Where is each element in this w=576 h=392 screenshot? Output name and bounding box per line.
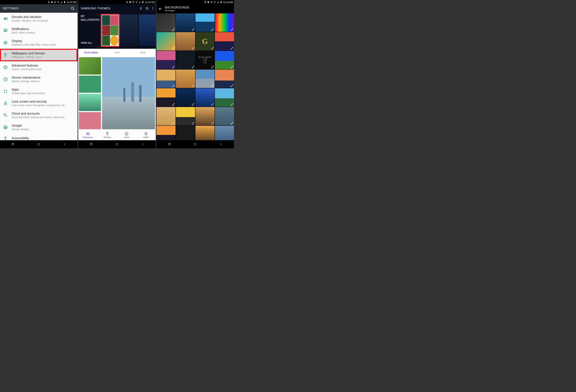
themes-screen: N 12:24 PM SAMSUNG THEMES MY WALLPAPERS <box>78 0 156 148</box>
search-icon[interactable] <box>71 6 75 10</box>
view-all-button[interactable]: VIEW ALL <box>81 41 100 45</box>
bottomnav-wallpapers[interactable]: Wallpapers <box>78 130 98 140</box>
settings-item-accessibility[interactable]: Accessibility <box>0 133 78 140</box>
settings-item-circle[interactable]: Device maintenance Battery, Storage, Mem… <box>0 73 78 85</box>
background-thumb[interactable] <box>156 70 175 88</box>
bottomnav-label: Themes <box>103 136 111 139</box>
settings-item-speaker[interactable]: Sounds and vibration Sounds, Vibration, … <box>0 13 78 25</box>
background-thumb[interactable] <box>196 126 215 140</box>
background-thumb[interactable] <box>196 13 215 32</box>
background-thumb[interactable] <box>215 70 234 88</box>
featured-card[interactable] <box>79 94 101 111</box>
settings-item-sun[interactable]: Display Brightness, Blue light filter, H… <box>0 37 78 49</box>
background-thumb[interactable] <box>176 51 195 69</box>
settings-item-title: Advanced features <box>12 64 42 67</box>
background-thumb[interactable] <box>176 13 195 32</box>
bottomnav-themes[interactable]: Themes <box>98 130 117 140</box>
settings-item-title: Sounds and vibration <box>12 15 48 19</box>
backgrounds-grid: GDO YOU LOVE ME?A. YESA. BC. B <box>156 13 234 140</box>
background-thumb[interactable] <box>215 107 234 125</box>
background-thumb[interactable] <box>215 32 234 51</box>
settings-item-brush[interactable]: Wallpapers and themes Wallpapers, Themes… <box>0 49 78 61</box>
settings-item-sub: Default apps, App permissions <box>12 92 45 95</box>
more-icon[interactable] <box>152 7 153 10</box>
wallpaper-thumb[interactable] <box>120 14 138 46</box>
background-thumb[interactable] <box>156 32 175 51</box>
background-thumb[interactable] <box>196 88 215 107</box>
background-thumb[interactable] <box>176 107 195 125</box>
wallpaper-gallery-thumb[interactable] <box>101 14 119 46</box>
expand-icon <box>172 47 175 50</box>
svg-point-10 <box>5 42 6 43</box>
settings-list: Sounds and vibration Sounds, Vibration, … <box>0 13 78 140</box>
background-thumb[interactable] <box>176 70 195 88</box>
tab-top[interactable]: TOP <box>104 51 130 54</box>
android-nav-bar <box>156 140 234 148</box>
recents-button[interactable] <box>89 143 93 146</box>
featured-card[interactable] <box>79 57 101 75</box>
back-arrow-icon[interactable] <box>159 7 162 11</box>
settings-item-gear-plus[interactable]: Advanced features Games, One-handed mode <box>0 61 78 73</box>
status-time: 12:24 PM <box>223 1 233 3</box>
featured-card[interactable] <box>79 112 101 129</box>
list-icon[interactable] <box>139 7 142 10</box>
background-thumb[interactable] <box>156 107 175 125</box>
settings-item-lock[interactable]: Lock screen and security Lock screen, Fa… <box>0 97 78 109</box>
background-thumb[interactable]: DO YOU LOVE ME?A. YESA. BC. B <box>196 51 215 69</box>
expand-icon <box>211 47 214 50</box>
signal-icon <box>139 1 141 3</box>
recents-button[interactable] <box>167 143 172 146</box>
background-thumb[interactable] <box>156 13 175 32</box>
background-thumb[interactable] <box>215 13 234 32</box>
settings-item-bell[interactable]: Notifications Block, allow, prioritize <box>0 25 78 37</box>
tab-featured[interactable]: FEATURED <box>78 51 104 54</box>
background-thumb[interactable] <box>215 88 234 107</box>
settings-item-title: Display <box>12 39 56 43</box>
featured-card[interactable] <box>79 76 101 93</box>
bottomnav-icons[interactable]: Icons <box>117 130 137 140</box>
background-thumb[interactable] <box>196 70 215 88</box>
settings-item-title: Apps <box>12 88 45 91</box>
home-button[interactable] <box>193 143 198 146</box>
bottomnav-label: Icons <box>124 136 129 139</box>
back-button[interactable] <box>62 143 67 146</box>
back-button[interactable] <box>219 143 223 146</box>
key-icon <box>3 113 8 118</box>
background-thumb[interactable] <box>176 32 195 51</box>
wallpaper-thumb[interactable] <box>139 14 156 46</box>
nfc-icon: N <box>51 1 53 3</box>
svg-rect-34 <box>87 133 89 135</box>
background-thumb[interactable] <box>176 88 195 107</box>
my-wallpapers-row: MY WALLPAPERS VIEW ALL <box>78 13 156 49</box>
bottomnav-aods[interactable]: AODs <box>136 130 156 140</box>
featured-body <box>78 56 156 130</box>
background-thumb[interactable] <box>215 51 234 69</box>
back-button[interactable] <box>141 143 145 146</box>
status-bar: N 12:24 PM <box>78 0 156 4</box>
themes-title: SAMSUNG THEMES <box>81 7 110 10</box>
home-button[interactable] <box>36 143 41 146</box>
search-icon[interactable] <box>145 7 149 10</box>
bluetooth-icon <box>204 1 206 3</box>
background-thumb[interactable] <box>176 126 195 140</box>
settings-item-key[interactable]: Cloud and accounts Samsung Cloud, Backup… <box>0 109 78 121</box>
signal-icon <box>60 1 63 3</box>
wifi-icon <box>135 1 138 3</box>
settings-item-apps[interactable]: Apps Default apps, App permissions <box>0 85 78 97</box>
background-thumb[interactable] <box>196 107 215 125</box>
background-thumb[interactable] <box>215 126 234 140</box>
svg-point-14 <box>6 90 7 91</box>
featured-hero[interactable] <box>102 57 155 129</box>
home-button[interactable] <box>115 143 119 146</box>
background-thumb[interactable] <box>156 51 175 69</box>
background-thumb[interactable] <box>156 126 175 140</box>
tab-new[interactable]: NEW <box>130 51 156 54</box>
recents-button[interactable] <box>11 143 15 146</box>
lock-icon <box>3 101 8 106</box>
expand-icon <box>172 122 175 125</box>
background-thumb[interactable] <box>156 88 175 107</box>
svg-rect-17 <box>4 103 7 105</box>
settings-item-google[interactable]: Google Google settings <box>0 121 78 133</box>
background-thumb[interactable]: G <box>196 32 215 51</box>
expand-icon <box>192 66 194 68</box>
